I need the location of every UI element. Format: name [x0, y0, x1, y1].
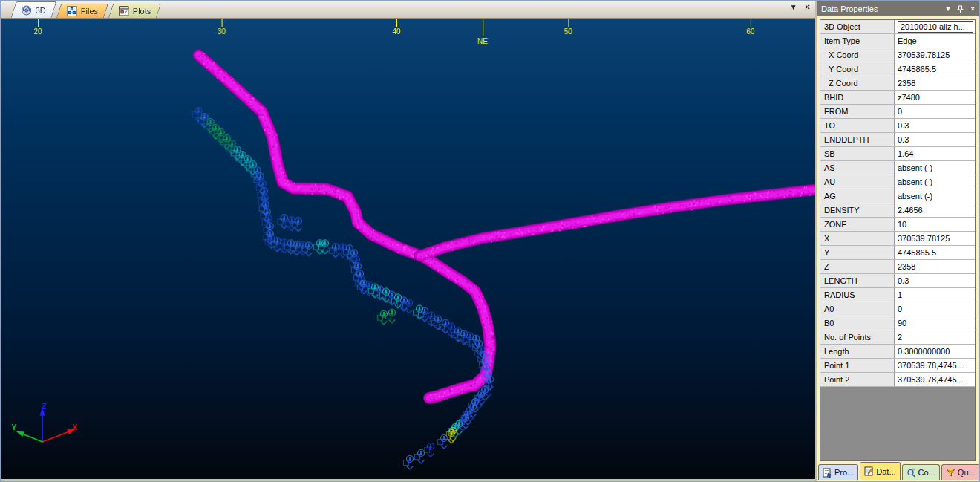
3d-viewport[interactable]	[1, 19, 815, 479]
property-label: X Coord	[820, 48, 895, 62]
property-value[interactable]: absent (-)	[895, 189, 975, 203]
data-properties-panel: Data Properties ▼ ✕ 3D Object20190910 al…	[817, 1, 979, 481]
property-value[interactable]: 0.3000000000	[895, 345, 975, 358]
tab-plots-label: Plots	[133, 7, 151, 16]
tab-list-dropdown-icon[interactable]: ▼	[790, 4, 797, 11]
property-value[interactable]: 0	[895, 302, 975, 316]
property-value-box[interactable]: 20190910 allz h...	[898, 21, 973, 33]
property-label: AS	[820, 161, 895, 175]
property-row[interactable]: TO0.3	[820, 119, 975, 133]
property-label: 3D Object	[820, 20, 895, 33]
property-row[interactable]: No. of Points2	[820, 330, 975, 345]
property-label: RADIUS	[820, 288, 895, 302]
property-value[interactable]: 2358	[895, 76, 975, 90]
property-value[interactable]: absent (-)	[895, 175, 975, 189]
panel-pin-icon[interactable]	[957, 5, 964, 13]
property-row[interactable]: Y Coord4745865.5	[820, 62, 975, 76]
property-row[interactable]: Item TypeEdge	[820, 34, 975, 48]
property-label: Z Coord	[820, 76, 895, 90]
property-label: Point 2	[820, 373, 895, 386]
property-value[interactable]: 20190910 allz h...	[895, 20, 975, 33]
property-row[interactable]: AGabsent (-)	[820, 189, 975, 203]
property-value[interactable]: 4745865.5	[895, 62, 975, 76]
property-label: AG	[820, 189, 895, 203]
property-value[interactable]: Edge	[895, 34, 975, 48]
property-row[interactable]: X Coord370539.78125	[820, 48, 975, 62]
view-tabbar: 3D Files	[1, 1, 815, 19]
property-row[interactable]: X370539.78125	[820, 232, 975, 246]
property-row[interactable]: A00	[820, 302, 975, 316]
property-value[interactable]: 0.3	[895, 133, 975, 146]
property-value[interactable]: 1.64	[895, 147, 975, 160]
tab-close-icon[interactable]: ✕	[805, 4, 811, 11]
property-row[interactable]: 3D Object20190910 allz h...	[820, 20, 975, 34]
tab-query-label: Qu...	[958, 468, 976, 477]
panel-empty-area	[820, 387, 975, 460]
property-value[interactable]: 10	[895, 218, 975, 231]
property-row[interactable]: FROM0	[820, 105, 975, 119]
property-row[interactable]: Point 2370539.78,4745...	[820, 373, 975, 387]
property-value[interactable]: 4745865.5	[895, 246, 975, 259]
files-cluster-icon	[67, 6, 77, 16]
panel-header: Data Properties ▼ ✕	[817, 1, 979, 16]
tab-files-label: Files	[81, 7, 98, 16]
property-row[interactable]: ASabsent (-)	[820, 161, 975, 175]
tab-comments-label: Co...	[918, 468, 935, 477]
property-label: LENGTH	[820, 274, 895, 287]
property-value[interactable]: absent (-)	[895, 161, 975, 175]
property-label: X	[820, 232, 895, 245]
property-value[interactable]: 0.3	[895, 119, 975, 132]
tab-comments[interactable]: Co...	[902, 464, 940, 480]
tab-properties[interactable]: Pro...	[818, 464, 858, 480]
application-window: 3D Files	[0, 0, 980, 482]
property-label: TO	[820, 119, 895, 132]
property-row[interactable]: AUabsent (-)	[820, 175, 975, 189]
property-value[interactable]: 370539.78,4745...	[895, 359, 975, 372]
property-label: Point 1	[820, 359, 895, 372]
property-value[interactable]: 1	[895, 288, 975, 302]
property-row[interactable]: SB1.64	[820, 147, 975, 161]
property-row[interactable]: Z2358	[820, 260, 975, 274]
property-row[interactable]: ZONE10	[820, 218, 975, 232]
property-value[interactable]: 370539.78125	[895, 232, 975, 245]
property-row[interactable]: BHIDz7480	[820, 91, 975, 105]
search-tab-icon	[906, 468, 916, 478]
property-row[interactable]: LENGTH0.3	[820, 274, 975, 288]
filter-tab-icon	[946, 468, 956, 478]
tab-3d[interactable]: 3D	[10, 1, 56, 18]
viewport-column: 3D Files	[1, 1, 815, 481]
property-row[interactable]: Point 1370539.78,4745...	[820, 359, 975, 373]
panel-close-icon[interactable]: ✕	[970, 6, 976, 13]
property-label: No. of Points	[820, 330, 895, 344]
tab-query[interactable]: Qu...	[941, 464, 980, 480]
property-value[interactable]: 90	[895, 316, 975, 330]
property-row[interactable]: ENDDEPTH0.3	[820, 133, 975, 147]
panel-dropdown-icon[interactable]: ▼	[945, 6, 952, 13]
tab-data-properties[interactable]: Dat...	[860, 462, 900, 480]
tab-3d-label: 3D	[36, 6, 46, 15]
property-label: DENSITY	[820, 203, 895, 217]
plots-window-icon	[119, 6, 129, 16]
property-label: Item Type	[820, 34, 895, 48]
property-value[interactable]: 2358	[895, 260, 975, 273]
property-value[interactable]: 0.3	[895, 274, 975, 287]
property-value[interactable]: 2	[895, 330, 975, 344]
property-label: Y Coord	[820, 62, 895, 76]
panel-tabbar: Pro... Dat...	[817, 461, 979, 481]
property-value[interactable]: z7480	[895, 91, 975, 104]
property-row[interactable]: Y4745865.5	[820, 246, 975, 260]
property-label: Length	[820, 345, 895, 358]
property-row[interactable]: B090	[820, 316, 975, 330]
property-value[interactable]: 370539.78125	[895, 48, 975, 62]
property-value[interactable]: 2.4656	[895, 203, 975, 217]
property-row[interactable]: Z Coord2358	[820, 76, 975, 91]
tab-plots[interactable]: Plots	[108, 4, 162, 18]
property-value[interactable]: 370539.78,4745...	[895, 373, 975, 386]
property-label: BHID	[820, 91, 895, 104]
property-row[interactable]: Length0.3000000000	[820, 345, 975, 359]
property-value[interactable]: 0	[895, 105, 975, 118]
tab-files[interactable]: Files	[56, 4, 108, 18]
property-label: A0	[820, 302, 895, 316]
property-row[interactable]: RADIUS1	[820, 288, 975, 302]
property-row[interactable]: DENSITY2.4656	[820, 203, 975, 218]
